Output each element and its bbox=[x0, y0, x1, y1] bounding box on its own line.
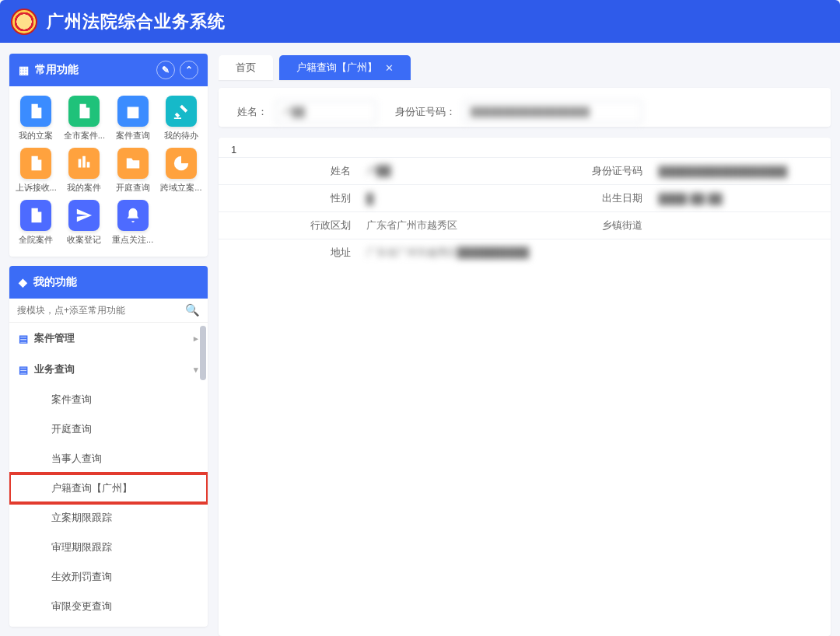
field-key: 姓名 bbox=[219, 158, 359, 185]
tab-label: 首页 bbox=[236, 61, 256, 75]
field-key: 地址 bbox=[219, 239, 359, 267]
emblem-icon bbox=[11, 9, 37, 35]
document-icon: ▤ bbox=[19, 333, 28, 344]
building-icon bbox=[117, 96, 149, 127]
tab-1[interactable]: 户籍查询【广州】✕ bbox=[279, 55, 411, 80]
favorite-1[interactable]: 全市案件... bbox=[61, 94, 107, 143]
favorite-label: 全院案件 bbox=[19, 234, 53, 246]
favorite-label: 上诉接收... bbox=[16, 182, 57, 194]
result-row: 性别█出生日期████-██-██ bbox=[219, 185, 831, 212]
cube-icon: ◆ bbox=[19, 276, 27, 288]
nav-item-1-0[interactable]: 案件查询 bbox=[9, 385, 208, 414]
field-value: █ bbox=[359, 185, 580, 212]
nav-item-1-6[interactable]: 生效刑罚查询 bbox=[9, 562, 208, 592]
favorite-label: 案件查询 bbox=[116, 130, 150, 142]
nav-item-1-2[interactable]: 当事人查询 bbox=[9, 444, 208, 474]
chevron-icon: ▾ bbox=[194, 365, 198, 375]
field-value-2: ██████████████████ bbox=[650, 158, 831, 185]
nav-item-1-3[interactable]: 户籍查询【广州】 bbox=[9, 474, 208, 503]
tab-0[interactable]: 首页 bbox=[219, 55, 273, 80]
favorite-10[interactable]: 重点关注... bbox=[110, 198, 156, 247]
search-card: 姓名： 身份证号码： bbox=[219, 88, 831, 127]
field-key-2: 身份证号码 bbox=[580, 158, 650, 185]
favorite-label: 全市案件... bbox=[64, 130, 105, 142]
favorite-2[interactable]: 案件查询 bbox=[110, 94, 156, 143]
nav-item-1-7[interactable]: 审限变更查询 bbox=[9, 592, 208, 621]
favorite-label: 开庭查询 bbox=[116, 182, 150, 194]
favorite-label: 跨域立案... bbox=[160, 182, 201, 194]
my-functions-title: 我的功能 bbox=[33, 275, 77, 289]
bars-icon bbox=[68, 148, 100, 179]
field-value: 卢██ bbox=[359, 158, 580, 185]
favorite-7[interactable]: 跨域立案... bbox=[158, 146, 205, 195]
field-key: 行政区划 bbox=[219, 212, 359, 239]
favorite-6[interactable]: 开庭查询 bbox=[110, 146, 156, 195]
gavel-icon bbox=[166, 96, 197, 127]
name-input[interactable] bbox=[275, 100, 376, 124]
nav-group-0[interactable]: ▤案件管理▸ bbox=[9, 323, 208, 354]
app-header: 广州法院综合业务系统 bbox=[0, 0, 840, 43]
name-label: 姓名： bbox=[237, 105, 268, 119]
pie-icon bbox=[166, 148, 197, 179]
favorite-5[interactable]: 我的案件 bbox=[61, 146, 107, 195]
field-value-2 bbox=[650, 212, 831, 239]
result-card: 1 姓名卢██身份证号码██████████████████性别█出生日期███… bbox=[219, 138, 831, 636]
document-icon: ▤ bbox=[19, 364, 28, 376]
search-icon[interactable]: 🔍 bbox=[185, 303, 200, 317]
bell-icon bbox=[117, 200, 149, 231]
nav-item-1-5[interactable]: 审理期限跟踪 bbox=[9, 533, 208, 562]
sidebar: ▦ 常用功能 ✎ ⌃ 我的立案全市案件...案件查询我的待办上诉接收...我的案… bbox=[9, 54, 208, 636]
field-key-2: 出生日期 bbox=[580, 185, 650, 212]
nav-group-label: 案件管理 bbox=[34, 331, 75, 345]
favorite-label: 重点关注... bbox=[112, 234, 153, 246]
favorite-3[interactable]: 我的待办 bbox=[158, 94, 205, 143]
favorites-panel: ▦ 常用功能 ✎ ⌃ 我的立案全市案件...案件查询我的待办上诉接收...我的案… bbox=[9, 54, 208, 257]
nav-scrollbar[interactable] bbox=[200, 323, 206, 627]
id-input[interactable] bbox=[464, 100, 642, 124]
close-icon[interactable]: ✕ bbox=[385, 62, 394, 74]
app-title: 广州法院综合业务系统 bbox=[47, 10, 226, 33]
result-row: 地址广东省广州市越秀区██████████ bbox=[219, 239, 831, 267]
favorite-0[interactable]: 我的立案 bbox=[12, 94, 59, 143]
nav-group-label: 业务查询 bbox=[34, 362, 75, 376]
tab-strip: 首页户籍查询【广州】✕ bbox=[219, 54, 831, 80]
field-value: 广东省广州市越秀区██████████ bbox=[359, 239, 580, 267]
grid-icon: ▦ bbox=[19, 64, 29, 76]
id-label: 身份证号码： bbox=[395, 105, 456, 119]
field-key-2: 乡镇街道 bbox=[580, 212, 650, 239]
file-icon bbox=[20, 200, 51, 231]
result-row: 行政区划广东省广州市越秀区乡镇街道 bbox=[219, 212, 831, 239]
favorites-grid: 我的立案全市案件...案件查询我的待办上诉接收...我的案件开庭查询跨域立案..… bbox=[9, 86, 208, 257]
module-search-input[interactable] bbox=[17, 305, 185, 316]
nav-group-1[interactable]: ▤业务查询▾ bbox=[9, 354, 208, 385]
nav-item-1-1[interactable]: 开庭查询 bbox=[9, 414, 208, 444]
result-index: 1 bbox=[219, 138, 831, 157]
favorite-9[interactable]: 收案登记 bbox=[61, 198, 107, 247]
field-value-2: ████-██-██ bbox=[650, 185, 831, 212]
favorite-8[interactable]: 全院案件 bbox=[12, 198, 59, 247]
favorite-label: 我的立案 bbox=[19, 130, 53, 142]
favorite-label: 我的案件 bbox=[67, 182, 101, 194]
favorite-label: 收案登记 bbox=[67, 234, 101, 246]
file-icon bbox=[20, 148, 51, 179]
favorites-title: 常用功能 bbox=[35, 63, 79, 77]
favorite-4[interactable]: 上诉接收... bbox=[12, 146, 59, 195]
favorites-header: ▦ 常用功能 ✎ ⌃ bbox=[9, 54, 208, 86]
send-icon bbox=[68, 200, 100, 231]
content-area: 首页户籍查询【广州】✕ 姓名： 身份证号码： 1 姓名卢██身份证号码█████… bbox=[219, 54, 831, 636]
file-icon bbox=[20, 96, 51, 127]
nav-item-1-4[interactable]: 立案期限跟踪 bbox=[9, 503, 208, 533]
result-row: 姓名卢██身份证号码██████████████████ bbox=[219, 158, 831, 185]
chevron-icon: ▸ bbox=[194, 334, 198, 344]
result-table: 姓名卢██身份证号码██████████████████性别█出生日期████-… bbox=[219, 157, 831, 266]
field-value: 广东省广州市越秀区 bbox=[359, 212, 580, 239]
edit-favorites-button[interactable]: ✎ bbox=[156, 61, 175, 79]
my-functions-header: ◆ 我的功能 bbox=[9, 266, 208, 299]
favorite-label: 我的待办 bbox=[164, 130, 198, 142]
collapse-favorites-button[interactable]: ⌃ bbox=[180, 61, 198, 79]
folder-icon bbox=[117, 148, 149, 179]
my-functions-panel: ◆ 我的功能 🔍 ▤案件管理▸▤业务查询▾案件查询开庭查询当事人查询户籍查询【广… bbox=[9, 266, 208, 627]
tab-label: 户籍查询【广州】 bbox=[296, 61, 377, 75]
name-field: 姓名： bbox=[237, 100, 376, 124]
module-search: 🔍 bbox=[9, 299, 208, 323]
